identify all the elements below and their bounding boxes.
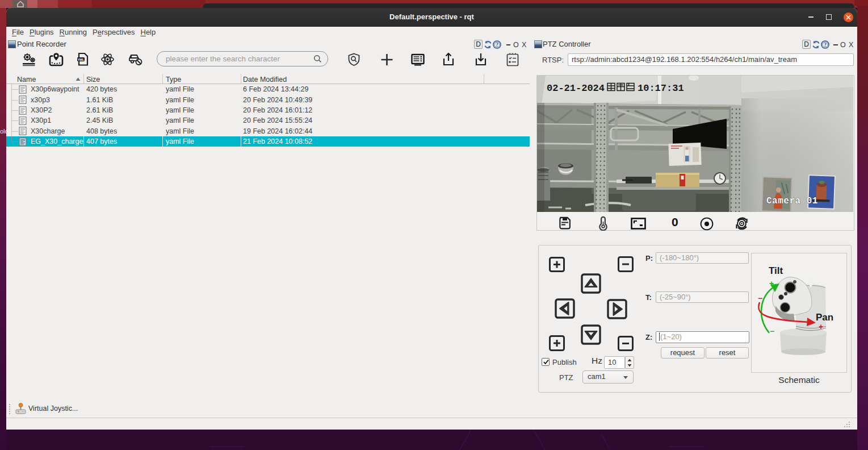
svg-text:+: + bbox=[819, 322, 823, 331]
svg-text:Camera 01: Camera 01 bbox=[766, 196, 818, 206]
svg-text:?: ? bbox=[824, 42, 827, 48]
svg-text:02-21-2024: 02-21-2024 bbox=[547, 83, 605, 94]
svg-text:?: ? bbox=[496, 42, 498, 48]
svg-text:Pan: Pan bbox=[816, 312, 833, 323]
svg-text:−: − bbox=[758, 294, 762, 303]
svg-text:−: − bbox=[770, 327, 774, 336]
svg-text:10:17:31: 10:17:31 bbox=[638, 83, 684, 94]
svg-text:Tilt: Tilt bbox=[769, 265, 783, 276]
svg-text:YML: YML bbox=[78, 58, 85, 61]
